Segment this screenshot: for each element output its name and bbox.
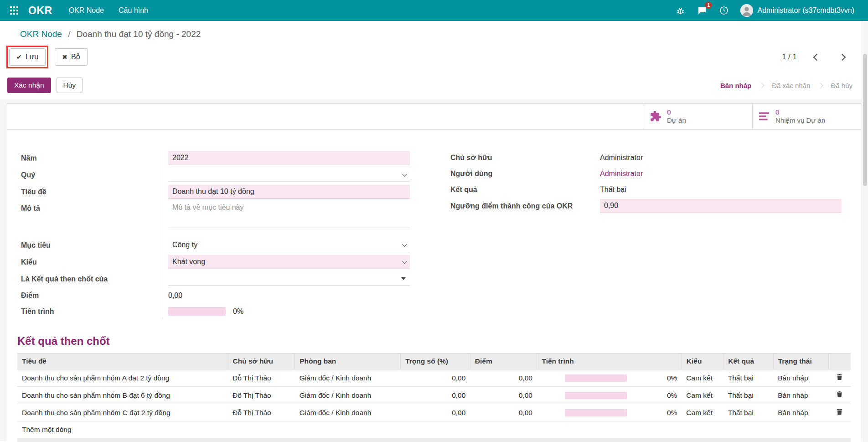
type-field-label: Kiểu	[17, 254, 162, 270]
year-input[interactable]	[168, 151, 410, 165]
progress-bar	[168, 307, 226, 316]
stage-ban-nhap[interactable]: Bản nháp	[720, 82, 751, 89]
progress-percent: 0%	[233, 307, 243, 316]
row-progress-bar	[565, 409, 627, 416]
delete-row-icon[interactable]	[829, 387, 851, 404]
result-value: Thất bại	[600, 186, 626, 194]
parent-kr-select[interactable]	[168, 272, 410, 286]
form-fields: Năm Quý Tiêu đề Mô tả Mục tiêu	[7, 130, 861, 319]
description-textarea[interactable]	[168, 202, 410, 228]
table-row[interactable]: Doanh thu cho sản phẩm nhóm C đạt 2 tỷ đ…	[17, 404, 851, 421]
col-weight[interactable]: Trọng số (%)	[401, 354, 470, 369]
row-progress-bar	[565, 374, 627, 382]
result-field-label: Kết quả	[447, 182, 600, 198]
save-button[interactable]: ✔ Lưu	[9, 48, 46, 66]
stage-separator-icon	[759, 83, 765, 88]
owner-field-label: Chủ sở hữu	[447, 150, 600, 166]
col-result[interactable]: Kết quả	[723, 354, 773, 369]
key-results-title: Kết quả then chốt	[17, 335, 861, 348]
weight-total: 0,00	[401, 438, 470, 442]
table-footer-row: 0,00	[17, 438, 851, 442]
stat-button-project-tasks[interactable]: 0 Nhiệm vụ Dự án	[752, 104, 861, 129]
key-results-table: Tiêu đề Chủ sở hữu Phòng ban Trọng số (%…	[17, 353, 851, 442]
status-stages: Bản nháp Đã xác nhận Đã hủy	[720, 82, 852, 89]
user-menu[interactable]: Administrator (s37cmdbt3vvn)	[740, 4, 854, 17]
pager: 1 / 1	[782, 51, 848, 63]
row-progress-bar	[565, 392, 627, 399]
apps-grid-icon[interactable]	[8, 5, 20, 16]
stage-da-xac-nhan[interactable]: Đã xác nhận	[772, 82, 810, 89]
year-field-label: Năm	[17, 150, 162, 166]
app-brand[interactable]: OKR	[28, 5, 52, 17]
col-owner[interactable]: Chủ sở hữu	[228, 354, 295, 369]
projects-count: 0	[667, 108, 686, 116]
col-progress[interactable]: Tiến trình	[537, 354, 682, 369]
stat-button-projects[interactable]: 0 Dự án	[644, 104, 752, 129]
breadcrumb: OKR Node / Doanh thu đạt 10 tỷ đồng - 20…	[0, 21, 868, 41]
stage-separator-icon	[818, 83, 824, 88]
parent-kr-field-label: Là Kết quả then chốt của	[17, 270, 162, 287]
table-header-row: Tiêu đề Chủ sở hữu Phòng ban Trọng số (%…	[17, 354, 851, 369]
col-actions	[829, 354, 851, 369]
form-sheet: 0 Dự án 0 Nhiệm vụ Dự án Năm Quý	[7, 103, 861, 442]
type-select[interactable]: Khát vọng	[168, 255, 410, 269]
col-state[interactable]: Trạng thái	[773, 354, 829, 369]
chevron-down-icon	[402, 259, 407, 264]
annotation-highlight-box: ✔ Lưu	[6, 46, 48, 68]
title-field-label: Tiêu đề	[17, 183, 162, 200]
activity-clock-icon[interactable]	[718, 5, 729, 16]
col-department[interactable]: Phòng ban	[295, 354, 401, 369]
projects-label: Dự án	[667, 116, 686, 125]
pager-count[interactable]: 1 / 1	[782, 52, 797, 62]
scrollbar-thumb[interactable]	[863, 54, 867, 186]
stage-da-huy[interactable]: Đã hủy	[831, 82, 852, 89]
breadcrumb-parent-link[interactable]: OKR Node	[20, 29, 62, 39]
add-line-link[interactable]: Thêm một dòng	[22, 426, 72, 433]
pager-previous-icon[interactable]	[811, 51, 822, 63]
check-icon: ✔	[16, 53, 22, 61]
menu-cau-hinh[interactable]: Cấu hình	[119, 6, 148, 15]
breadcrumb-separator: /	[68, 29, 70, 39]
discard-button[interactable]: ✖ Bỏ	[55, 48, 87, 66]
progress-field-label: Tiến trình	[17, 303, 162, 319]
quarter-field-label: Quý	[17, 166, 162, 183]
col-type[interactable]: Kiểu	[682, 354, 723, 369]
score-field-label: Điểm	[17, 287, 162, 303]
top-navbar: OKR OKR Node Cấu hình 1	[0, 0, 868, 21]
user-name: Administrator (s37cmdbt3vvn)	[757, 6, 854, 15]
x-icon: ✖	[62, 53, 67, 61]
col-score[interactable]: Điểm	[470, 354, 537, 369]
target-select[interactable]: Công ty	[168, 238, 410, 252]
quarter-select[interactable]	[168, 168, 410, 182]
vertical-scrollbar[interactable]	[862, 21, 868, 442]
stat-button-box: 0 Dự án 0 Nhiệm vụ Dự án	[7, 104, 861, 130]
confirm-button[interactable]: Xác nhận	[7, 78, 51, 93]
user-avatar	[740, 4, 753, 17]
project-tasks-count: 0	[775, 108, 825, 116]
chevron-down-icon	[402, 172, 407, 177]
messages-icon[interactable]: 1	[697, 5, 708, 16]
form-content: 0 Dự án 0 Nhiệm vụ Dự án Năm Quý	[0, 99, 868, 441]
debug-bug-icon[interactable]	[675, 5, 686, 16]
delete-row-icon[interactable]	[829, 404, 851, 421]
table-row[interactable]: Doanh thu cho sản phẩm nhóm B đạt 6 tỷ đ…	[17, 387, 851, 404]
pager-next-icon[interactable]	[836, 51, 848, 63]
messages-count-badge: 1	[705, 2, 712, 9]
cancel-button[interactable]: Hủy	[57, 78, 83, 93]
threshold-input[interactable]	[600, 199, 842, 213]
form-group-left: Năm Quý Tiêu đề Mô tả Mục tiêu	[17, 150, 419, 319]
puzzle-icon	[650, 110, 661, 122]
owner-value: Administrator	[600, 154, 643, 162]
description-field-label: Mô tả	[17, 200, 162, 237]
menu-okr-node[interactable]: OKR Node	[69, 6, 104, 15]
form-group-right: Chủ sở hữu Administrator Người dùng Admi…	[447, 150, 849, 319]
task-list-icon	[758, 110, 770, 122]
user-field-label: Người dùng	[447, 166, 600, 182]
delete-row-icon[interactable]	[829, 369, 851, 387]
title-input[interactable]	[168, 185, 410, 199]
table-row[interactable]: Doanh thu cho sản phẩm nhóm A đạt 2 tỷ đ…	[17, 369, 851, 387]
user-link[interactable]: Administrator	[600, 170, 643, 178]
col-title[interactable]: Tiêu đề	[17, 354, 228, 369]
project-tasks-label: Nhiệm vụ Dự án	[775, 116, 825, 125]
add-line-row: Thêm một dòng	[17, 421, 851, 438]
